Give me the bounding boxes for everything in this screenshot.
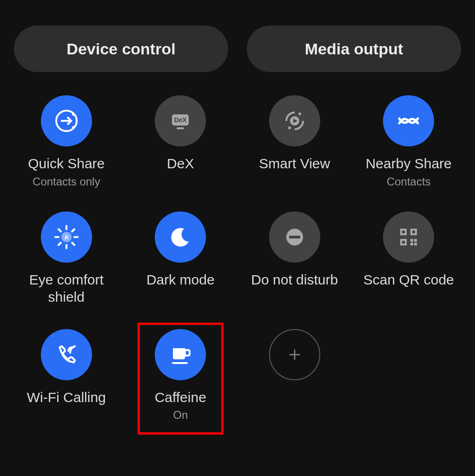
- quick-share-sub: Contacts only: [33, 175, 100, 188]
- smart-view-label: Smart View: [259, 155, 330, 172]
- svg-rect-28: [402, 241, 405, 244]
- svg-rect-22: [289, 236, 300, 238]
- svg-point-8: [288, 126, 291, 129]
- eye-comfort-label: Eye comfort shield: [15, 271, 118, 306]
- svg-point-1: [72, 113, 75, 116]
- dex-icon: DeX: [155, 95, 206, 146]
- qr-icon: [383, 212, 434, 263]
- svg-rect-33: [172, 362, 188, 364]
- svg-rect-26: [412, 231, 415, 233]
- svg-rect-31: [410, 243, 413, 245]
- empty-tile: [352, 324, 466, 427]
- dnd-icon: [269, 212, 320, 263]
- add-tile[interactable]: [238, 324, 352, 427]
- nearby-share-label: Nearby Share: [366, 155, 452, 172]
- plus-icon: [269, 329, 320, 380]
- smart-view-icon: [269, 95, 320, 146]
- dark-mode-label: Dark mode: [146, 271, 215, 289]
- svg-line-20: [59, 243, 61, 245]
- dark-mode-tile[interactable]: Dark mode: [124, 207, 238, 311]
- smart-view-tile[interactable]: Smart View: [238, 91, 352, 193]
- svg-line-18: [72, 243, 74, 245]
- svg-rect-30: [414, 239, 417, 242]
- nearby-share-tile[interactable]: Nearby Share Contacts: [352, 91, 466, 193]
- eye-comfort-icon: A: [41, 212, 92, 263]
- nearby-share-sub: Contacts: [387, 175, 431, 188]
- svg-point-7: [298, 112, 301, 115]
- nearby-share-icon: [383, 95, 434, 146]
- svg-rect-24: [402, 231, 405, 233]
- svg-rect-6: [177, 127, 184, 129]
- svg-line-17: [59, 229, 61, 231]
- dnd-tile[interactable]: Do not disturb: [238, 207, 352, 311]
- wifi-calling-icon: [41, 329, 92, 380]
- svg-rect-29: [410, 239, 413, 242]
- caffeine-label: Caffeine: [155, 389, 206, 406]
- svg-rect-32: [414, 243, 417, 245]
- svg-point-2: [72, 126, 75, 129]
- eye-comfort-tile[interactable]: A Eye comfort shield: [9, 207, 124, 311]
- caffeine-tile[interactable]: Caffeine On: [124, 324, 238, 427]
- caffeine-icon: [155, 329, 206, 380]
- quick-share-label: Quick Share: [28, 155, 105, 172]
- svg-line-19: [72, 229, 74, 231]
- dark-mode-icon: [155, 212, 206, 263]
- scan-qr-tile[interactable]: Scan QR code: [352, 207, 466, 311]
- dex-label: DeX: [167, 155, 194, 172]
- dnd-label: Do not disturb: [251, 271, 338, 289]
- media-output-button[interactable]: Media output: [247, 26, 461, 72]
- svg-text:A: A: [64, 234, 69, 241]
- device-control-button[interactable]: Device control: [14, 26, 228, 72]
- wifi-calling-tile[interactable]: Wi-Fi Calling: [9, 324, 124, 427]
- quick-share-icon: [41, 95, 92, 146]
- svg-text:DeX: DeX: [174, 116, 187, 124]
- quick-share-tile[interactable]: Quick Share Contacts only: [9, 91, 124, 193]
- scan-qr-label: Scan QR code: [363, 271, 454, 289]
- dex-tile[interactable]: DeX DeX: [124, 91, 238, 193]
- caffeine-sub: On: [173, 409, 188, 422]
- wifi-calling-label: Wi-Fi Calling: [27, 389, 106, 406]
